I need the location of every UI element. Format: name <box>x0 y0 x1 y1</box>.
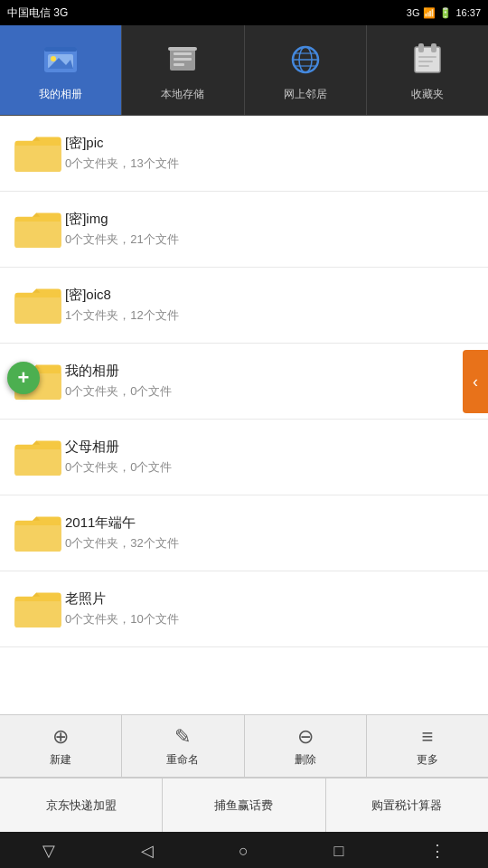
folder-name: [密]oic8 <box>65 287 477 304</box>
folder-item[interactable]: 父母相册 0个文件夹，0个文件 <box>0 420 488 495</box>
tab-my-album[interactable]: 我的相册 <box>0 25 122 115</box>
svg-rect-1 <box>44 47 77 52</box>
ad-fishing-win-label: 捕鱼赢话费 <box>214 797 273 814</box>
folder-item[interactable]: [密]pic 0个文件夹，13个文件 <box>0 116 488 192</box>
folder-detail: 0个文件夹，0个文件 <box>65 383 477 400</box>
tab-local-storage-label: 本地存储 <box>161 87 204 102</box>
nav-home-button[interactable]: ○ <box>224 835 263 868</box>
wifi-icon: 📶 <box>423 7 436 19</box>
folder-info: [密]img 0个文件夹，21个文件 <box>65 211 477 248</box>
rename-button[interactable]: ✎ 重命名 <box>122 715 244 777</box>
svg-rect-7 <box>174 58 192 61</box>
ad-bar: 京东快递加盟 捕鱼赢话费 购置税计算器 <box>0 778 488 832</box>
tab-bar: 我的相册 本地存储 网上邻居 <box>0 25 488 116</box>
tab-local-storage[interactable]: 本地存储 <box>122 25 244 115</box>
delete-button[interactable]: ⊖ 删除 <box>245 715 367 777</box>
svg-rect-18 <box>418 56 436 58</box>
collapse-arrow-icon: ‹ <box>473 373 478 392</box>
delete-icon: ⊖ <box>297 725 314 749</box>
nav-recent-button[interactable]: □ <box>319 835 358 868</box>
tab-network-neighbor-label: 网上邻居 <box>284 87 327 102</box>
folder-name: 老照片 <box>65 590 477 608</box>
folder-list: [密]pic 0个文件夹，13个文件 [密]img 0个文件夹，21个文件 [密… <box>0 116 488 714</box>
tab-network-neighbor-icon <box>284 38 327 81</box>
new-icon: ⊕ <box>52 725 69 749</box>
tab-favorites-label: 收藏夹 <box>411 87 444 102</box>
new-label: 新建 <box>50 752 71 768</box>
folder-info: 老照片 0个文件夹，10个文件 <box>65 590 477 627</box>
ad-jd-delivery[interactable]: 京东快递加盟 <box>0 778 163 832</box>
status-right: 3G 📶 🔋 16:37 <box>407 7 481 19</box>
folder-name: 2011年端午 <box>65 514 477 532</box>
folder-name: 父母相册 <box>65 439 477 456</box>
folder-name: 我的相册 <box>65 363 477 380</box>
time-text: 16:37 <box>455 7 481 18</box>
svg-rect-20 <box>418 65 429 67</box>
folder-detail: 0个文件夹，13个文件 <box>65 156 477 172</box>
rename-icon: ✎ <box>174 725 191 749</box>
more-button[interactable]: ≡ 更多 <box>367 715 488 777</box>
add-icon: + <box>18 366 30 390</box>
svg-rect-8 <box>174 63 184 66</box>
folder-info: 2011年端午 0个文件夹，32个文件 <box>65 514 477 552</box>
folder-item[interactable]: [密]oic8 1个文件夹，12个文件 <box>0 268 488 344</box>
tab-favorites[interactable]: 收藏夹 <box>367 25 488 115</box>
tab-favorites-icon <box>406 38 449 81</box>
battery-icon: 🔋 <box>439 7 452 19</box>
folder-icon <box>11 508 65 558</box>
folder-info: [密]oic8 1个文件夹，12个文件 <box>65 287 477 324</box>
more-label: 更多 <box>417 752 438 768</box>
folder-detail: 0个文件夹，10个文件 <box>65 611 477 627</box>
more-icon: ≡ <box>421 725 433 749</box>
svg-rect-9 <box>168 47 197 51</box>
ad-tax-calc[interactable]: 购置税计算器 <box>326 778 488 832</box>
folder-info: [密]pic 0个文件夹，13个文件 <box>65 135 477 172</box>
folder-detail: 0个文件夹，32个文件 <box>65 535 477 552</box>
folder-list-container: ‹ [密]pic 0个文件夹，13个文件 [密]img 0个文件夹，21个文件 <box>0 116 488 714</box>
ad-jd-delivery-label: 京东快递加盟 <box>46 797 117 814</box>
svg-point-4 <box>51 56 56 61</box>
ad-tax-calc-label: 购置税计算器 <box>371 797 442 814</box>
folder-item[interactable]: 老照片 0个文件夹，10个文件 <box>0 571 488 647</box>
folder-name: [密]img <box>65 211 477 228</box>
folder-item[interactable]: 2011年端午 0个文件夹，32个文件 <box>0 495 488 571</box>
bottom-toolbar: ⊕ 新建 ✎ 重命名 ⊖ 删除 ≡ 更多 <box>0 714 488 778</box>
svg-rect-17 <box>431 43 436 52</box>
folder-info: 父母相册 0个文件夹，0个文件 <box>65 439 477 476</box>
nav-back-button[interactable]: ◁ <box>127 834 168 868</box>
tab-network-neighbor[interactable]: 网上邻居 <box>245 25 367 115</box>
ad-fishing-win[interactable]: 捕鱼赢话费 <box>163 778 325 832</box>
folder-icon <box>11 432 65 482</box>
svg-rect-19 <box>418 61 433 62</box>
status-left: 中国电信 3G <box>7 5 68 21</box>
svg-rect-16 <box>418 43 424 52</box>
tab-my-album-icon <box>39 38 82 81</box>
folder-icon <box>11 128 65 178</box>
folder-detail: 0个文件夹，21个文件 <box>65 231 477 248</box>
rename-label: 重命名 <box>166 752 199 768</box>
folder-icon <box>11 584 65 634</box>
delete-label: 删除 <box>295 752 316 768</box>
svg-rect-6 <box>174 52 192 55</box>
folder-icon <box>11 280 65 330</box>
status-bar: 中国电信 3G 3G 📶 🔋 16:37 <box>0 0 488 25</box>
tab-local-storage-icon <box>161 38 204 81</box>
folder-item[interactable]: [密]img 0个文件夹，21个文件 <box>0 192 488 268</box>
nav-down-button[interactable]: ▽ <box>28 834 70 868</box>
folder-info: 我的相册 0个文件夹，0个文件 <box>65 363 477 400</box>
network-icon: 3G <box>407 7 420 18</box>
collapse-arrow-button[interactable]: ‹ <box>463 350 488 413</box>
nav-bar: ▽ ◁ ○ □ ⋮ <box>0 832 488 868</box>
folder-item[interactable]: 我的相册 0个文件夹，0个文件 <box>0 344 488 420</box>
nav-menu-button[interactable]: ⋮ <box>415 834 460 868</box>
folder-icon <box>11 204 65 254</box>
carrier-text: 中国电信 3G <box>7 5 68 21</box>
add-float-button[interactable]: + <box>7 362 40 394</box>
tab-my-album-label: 我的相册 <box>39 87 82 102</box>
new-button[interactable]: ⊕ 新建 <box>0 715 122 777</box>
folder-detail: 0个文件夹，0个文件 <box>65 459 477 476</box>
folder-name: [密]pic <box>65 135 477 152</box>
folder-detail: 1个文件夹，12个文件 <box>65 307 477 324</box>
